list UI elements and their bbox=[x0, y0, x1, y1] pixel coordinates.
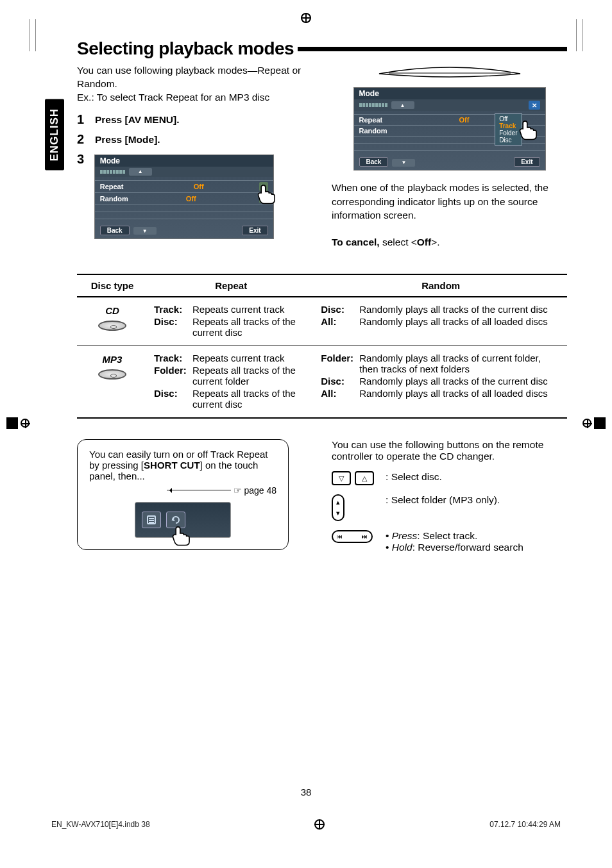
prev-next-button[interactable]: ⏮⏭ bbox=[332, 530, 373, 543]
print-footer: EN_KW-AVX710[E]4.indb 38 07.12.7 10:44:2… bbox=[51, 819, 561, 830]
registration-mark-bottom bbox=[314, 819, 325, 830]
title-text: Selecting playback modes bbox=[77, 38, 294, 59]
down-triangle-button[interactable]: ▽ bbox=[332, 471, 351, 485]
touch-panel-graphic bbox=[135, 502, 231, 538]
panel-track-indicator: ▲ bbox=[95, 167, 273, 177]
random-value: Off bbox=[139, 195, 244, 203]
registration-mark-left bbox=[6, 410, 32, 436]
panel-title: Mode bbox=[95, 155, 273, 167]
selected-mode-text: When one of the playback modes is select… bbox=[332, 181, 567, 222]
cancel-label: To cancel, bbox=[332, 237, 380, 247]
remote-row-disc: ▽ △ : Select disc. bbox=[332, 471, 567, 485]
random-label: Random bbox=[100, 195, 139, 203]
arrow-left-icon bbox=[167, 488, 231, 493]
random-label: Random bbox=[359, 127, 398, 135]
step-2-text: Press [Mode]. bbox=[95, 132, 160, 146]
playback-modes-table: Disc type Repeat Random CD Track:Repeats… bbox=[77, 274, 567, 419]
th-repeat: Repeat bbox=[148, 274, 314, 297]
shortcut-text: You can easily turn on or off Track Repe… bbox=[89, 449, 276, 481]
page-number: 38 bbox=[0, 787, 612, 797]
th-random: Random bbox=[314, 274, 567, 297]
pointing-hand-icon bbox=[514, 115, 543, 143]
mode-panel-initial: Mode ▲ Repeat Off bbox=[94, 154, 274, 239]
repeat-value: Off bbox=[139, 183, 259, 190]
registration-mark-right bbox=[580, 410, 606, 436]
cd-disc-icon: CD bbox=[94, 308, 130, 331]
page-title: Selecting playback modes bbox=[77, 38, 567, 59]
cancel-off: Off bbox=[417, 237, 431, 247]
th-disc-type: Disc type bbox=[77, 274, 148, 297]
title-rule bbox=[298, 47, 567, 51]
mode-panel-dropdown: Mode ▲ ✕ Repeat Off bbox=[353, 87, 546, 171]
scroll-up-button[interactable]: ▲ bbox=[129, 168, 152, 176]
mp3-disc-icon: MP3 bbox=[94, 356, 130, 380]
remote-row-track: ⏮⏭ • Press: Select track. • Hold: Revers… bbox=[332, 530, 567, 553]
up-triangle-button[interactable]: △ bbox=[355, 471, 374, 485]
guide bbox=[29, 19, 30, 51]
page-reference: ☞ page 48 bbox=[89, 485, 276, 496]
remote-intro: You can use the following buttons on the… bbox=[332, 439, 567, 462]
scroll-up-button[interactable]: ▲ bbox=[391, 101, 414, 109]
step-3: Mode ▲ Repeat Off bbox=[77, 152, 312, 239]
back-button[interactable]: Back bbox=[100, 226, 130, 235]
exit-button[interactable]: Exit bbox=[242, 226, 268, 235]
exit-button[interactable]: Exit bbox=[514, 157, 540, 167]
pointing-hand-icon bbox=[167, 521, 196, 549]
cancel-text: To cancel, select <Off>. bbox=[332, 237, 567, 248]
shortcut-tip-box: You can easily turn on or off Track Repe… bbox=[77, 439, 289, 550]
repeat-row[interactable]: Repeat Off ▶ bbox=[95, 181, 273, 192]
list-icon[interactable] bbox=[142, 512, 161, 528]
table-row-mp3: MP3 Track:Repeats current track Folder:R… bbox=[77, 346, 567, 419]
step-2: Press [Mode]. bbox=[77, 132, 312, 147]
guide bbox=[576, 19, 577, 51]
disc-slot-graphic bbox=[376, 64, 523, 83]
language-tab: ENGLISH bbox=[45, 99, 64, 171]
random-row[interactable]: Random Off ▶ bbox=[95, 194, 273, 204]
crop-mark-top bbox=[301, 13, 311, 23]
footer-timestamp: 07.12.7 10:44:29 AM bbox=[489, 820, 561, 829]
intro-text-2: Ex.: To select Track Repeat for an MP3 d… bbox=[77, 91, 312, 104]
table-row-cd: CD Track:Repeats current track Disc:Repe… bbox=[77, 297, 567, 346]
scroll-down-button[interactable]: ▼ bbox=[133, 227, 157, 235]
guide bbox=[582, 19, 583, 51]
panel-title: Mode bbox=[354, 88, 545, 99]
scroll-down-button[interactable]: ▼ bbox=[392, 159, 415, 167]
back-button[interactable]: Back bbox=[359, 157, 389, 167]
folder-rocker-button[interactable]: ▴▾ bbox=[332, 494, 344, 521]
step-1: Press [AV MENU]. bbox=[77, 112, 312, 127]
repeat-label: Repeat bbox=[359, 116, 398, 124]
footer-filename: EN_KW-AVX710[E]4.indb 38 bbox=[51, 820, 150, 829]
pointing-hand-icon bbox=[253, 179, 281, 207]
panel-track-indicator: ▲ ✕ bbox=[354, 99, 545, 111]
step-1-text: Press [AV MENU]. bbox=[95, 112, 180, 126]
guide bbox=[35, 19, 36, 51]
intro-text-1: You can use following playback modes—Rep… bbox=[77, 64, 312, 91]
repeat-label: Repeat bbox=[100, 183, 139, 190]
remote-row-folder: ▴▾ : Select folder (MP3 only). bbox=[332, 494, 567, 521]
close-icon[interactable]: ✕ bbox=[529, 101, 540, 110]
